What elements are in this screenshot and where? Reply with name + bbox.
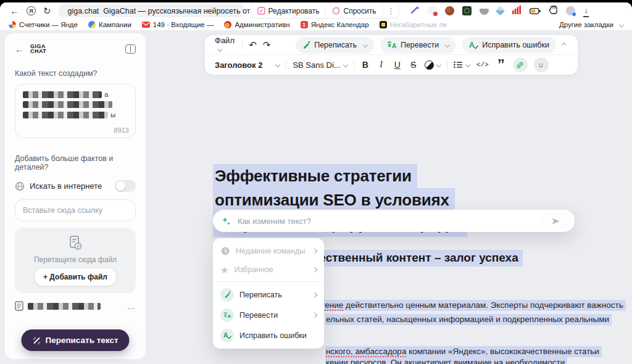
svg-text:A: A <box>227 313 231 318</box>
list-button[interactable] <box>454 61 470 68</box>
chart-extension-icon[interactable] <box>512 6 522 17</box>
redacted-text <box>23 112 108 118</box>
menu-item-recent[interactable]: Недавние команды <box>213 242 324 260</box>
clock-icon <box>220 246 230 256</box>
translate-action-button[interactable]: A Перевести <box>380 37 456 53</box>
underline-button[interactable]: U <box>393 60 402 69</box>
svg-text:A: A <box>223 332 228 339</box>
editor-toolbar: Файл ↶ ↷ Переписать A Перевести A <box>205 35 578 75</box>
oversized-favicon <box>380 21 387 28</box>
text-color-button[interactable] <box>425 60 441 70</box>
edit-pink-icon <box>257 7 265 15</box>
bookmark-metrika[interactable]: Счетчики — Янде <box>9 21 78 28</box>
ai-command-input[interactable] <box>236 216 534 226</box>
glove-extension-icon[interactable] <box>549 6 558 17</box>
battery-extension-icon[interactable] <box>530 6 541 17</box>
gigachat-sidebar: ← GIGACHAT Какой текст создадим? а ы 891… <box>5 33 146 359</box>
yandex-browser-icon[interactable]: Я <box>27 6 36 15</box>
send-arrow-icon <box>551 217 560 225</box>
bold-button[interactable]: B <box>360 60 370 69</box>
attached-file-item[interactable]: … <box>15 301 136 311</box>
svg-text:A: A <box>392 43 396 49</box>
collapse-panel-icon[interactable] <box>125 44 136 54</box>
cube-extension-icon[interactable] <box>496 6 505 16</box>
browser-window: ← Я ↻ giga.chat GigaChat — русскоязычная… <box>0 2 632 364</box>
chip-more-menu[interactable]: ⋮ <box>382 4 399 18</box>
emoji-button[interactable] <box>534 57 549 72</box>
bookmark-campaigns[interactable]: Кампании <box>88 21 131 28</box>
ask-page-button[interactable]: Спросить <box>325 4 382 18</box>
file-menu-dots[interactable]: … <box>127 302 136 311</box>
star-icon: ★ <box>220 265 228 275</box>
pen-icon <box>220 288 234 302</box>
paragraph-line: нского, амбассадора компании «Яндекс», в… <box>325 346 602 357</box>
link-button[interactable] <box>513 57 528 72</box>
rewrite-action-button[interactable]: Переписать <box>296 37 374 53</box>
stylus-extension-icon[interactable] <box>410 5 420 17</box>
menu-item-fix-errors[interactable]: A Исправить ошибки <box>213 325 324 345</box>
campaigns-favicon <box>88 21 96 28</box>
menu-item-translate[interactable]: A Перевести <box>213 305 324 325</box>
bowl-extension-icon[interactable] <box>480 9 489 15</box>
translate-icon: A <box>387 41 397 49</box>
redo-icon[interactable]: ↷ <box>263 40 271 49</box>
browser-toolbar: ← Я ↻ giga.chat GigaChat — русскоязычная… <box>0 2 632 19</box>
italic-button[interactable]: I <box>376 60 386 69</box>
block-style-select[interactable]: Заголовок 2 <box>215 60 280 70</box>
rewrite-text-button[interactable]: Переписать текст <box>21 329 129 351</box>
strikethrough-button[interactable]: S <box>409 60 418 69</box>
menu-divider <box>213 281 324 282</box>
file-menu[interactable]: Файл <box>215 36 236 54</box>
commands-dropdown: Недавние команды ★ Избранное Переписать … <box>213 238 324 349</box>
edit-page-button[interactable]: Редактировать <box>251 4 326 18</box>
send-button[interactable] <box>539 212 572 230</box>
page-title: GigaChat — русскоязычная нейросеть от Сб… <box>103 7 275 15</box>
undo-icon[interactable]: ↶ <box>249 40 257 49</box>
sidebar-back-icon[interactable]: ← <box>15 44 24 54</box>
bullet-list-icon <box>454 61 463 68</box>
magic-wand-icon <box>32 336 41 345</box>
back-icon[interactable]: ← <box>10 6 19 15</box>
collapse-toolbar-icon[interactable] <box>562 43 567 48</box>
address-bar[interactable]: giga.chat GigaChat — русскоязычная нейро… <box>59 4 244 17</box>
downloads-icon[interactable]: ↓ <box>583 4 589 17</box>
sketch-extension-icon[interactable] <box>445 6 454 15</box>
other-bookmarks[interactable]: Другие закладки <box>559 21 623 28</box>
prompt-textarea[interactable]: а ы 8913 <box>15 84 136 138</box>
bookmarks-bar: Счетчики — Янде Кампании 149 · Входящие … <box>0 19 632 30</box>
bookmark-calendar[interactable]: 1 Яндекс Календар <box>301 21 369 28</box>
shield-extension-icon[interactable] <box>428 6 437 15</box>
facts-label: Добавить больше фактов и деталей? <box>15 154 136 172</box>
bookmark-inbox[interactable]: 149 · Входящие — <box>142 21 214 28</box>
file-dropzone[interactable]: Перетащите сюда файл + Добавить файл <box>15 228 136 293</box>
link-input[interactable] <box>15 199 136 221</box>
ask-pink-icon <box>332 7 340 15</box>
spellcheck-icon: A <box>220 329 234 342</box>
menu-item-rewrite[interactable]: Переписать <box>213 284 324 305</box>
spellcheck-icon: A <box>469 41 478 49</box>
bookmark-oversized[interactable]: Негабаритные пе <box>380 21 447 28</box>
refresh-icon[interactable]: ↻ <box>43 6 51 15</box>
smiley-icon <box>537 61 545 69</box>
bookmark-admin[interactable]: Административн <box>224 21 289 28</box>
font-select[interactable]: SB Sans Di... <box>293 60 347 70</box>
fix-errors-action-button[interactable]: A Исправить ошибки <box>462 37 556 53</box>
globe-icon <box>15 181 25 191</box>
sync-extension-icon[interactable] <box>566 6 575 15</box>
admin-favicon <box>224 21 231 28</box>
document-icon <box>15 301 23 311</box>
quote-button[interactable]: ” <box>496 62 507 68</box>
char-counter: 8913 <box>114 126 129 134</box>
visible-char: ы <box>110 111 115 118</box>
code-button[interactable]: </> <box>476 62 489 68</box>
extensions-row: ↓ <box>410 4 589 17</box>
search-internet-label: Искать в интернете <box>30 181 102 191</box>
file-upload-icon <box>67 235 83 251</box>
calendar-favicon: 1 <box>301 21 308 28</box>
search-internet-toggle[interactable] <box>115 180 136 192</box>
add-file-button[interactable]: + Добавить файл <box>35 268 116 286</box>
document-h1: оптимизации SEO в условиях <box>213 188 455 213</box>
menu-item-favorites[interactable]: ★ Избранное <box>213 260 324 279</box>
darkgreen-extension-icon[interactable] <box>462 6 472 15</box>
redacted-text <box>23 91 102 98</box>
